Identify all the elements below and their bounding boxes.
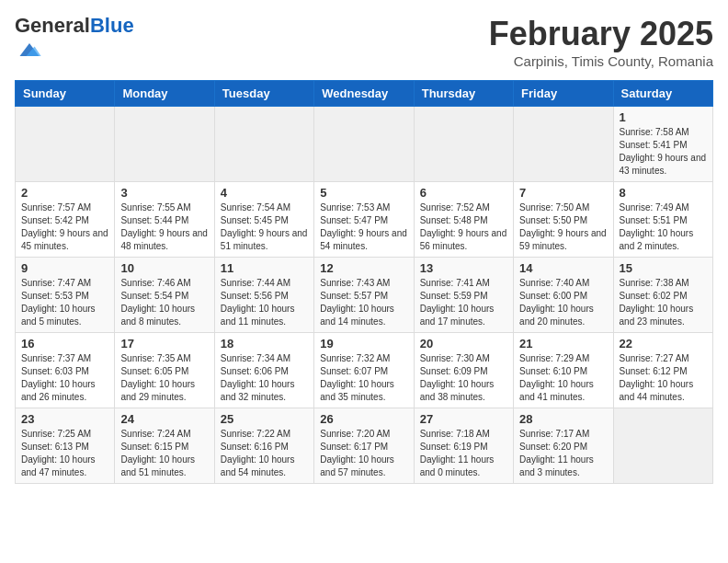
- calendar-week-row: 9Sunrise: 7:47 AM Sunset: 5:53 PM Daylig…: [16, 258, 713, 333]
- calendar-cell: [314, 107, 414, 182]
- day-info: Sunrise: 7:52 AM Sunset: 5:48 PM Dayligh…: [420, 201, 507, 253]
- day-number: 3: [120, 186, 208, 200]
- calendar-cell: [414, 107, 513, 182]
- day-info: Sunrise: 7:38 AM Sunset: 6:02 PM Dayligh…: [620, 277, 707, 328]
- day-number: 22: [620, 337, 707, 350]
- calendar-cell: 6Sunrise: 7:52 AM Sunset: 5:48 PM Daylig…: [414, 182, 513, 258]
- day-info: Sunrise: 7:47 AM Sunset: 5:53 PM Dayligh…: [21, 277, 108, 328]
- day-info: Sunrise: 7:32 AM Sunset: 6:07 PM Dayligh…: [320, 352, 407, 404]
- calendar-cell: 2Sunrise: 7:57 AM Sunset: 5:42 PM Daylig…: [16, 182, 115, 258]
- calendar-cell: 27Sunrise: 7:18 AM Sunset: 6:19 PM Dayli…: [414, 408, 513, 484]
- calendar-cell: 16Sunrise: 7:37 AM Sunset: 6:03 PM Dayli…: [16, 333, 115, 408]
- day-info: Sunrise: 7:34 AM Sunset: 6:06 PM Dayligh…: [221, 352, 308, 404]
- day-number: 7: [519, 186, 607, 200]
- day-info: Sunrise: 7:30 AM Sunset: 6:09 PM Dayligh…: [420, 352, 507, 404]
- calendar-cell: 18Sunrise: 7:34 AM Sunset: 6:06 PM Dayli…: [214, 333, 313, 408]
- calendar-cell: [115, 107, 214, 182]
- day-info: Sunrise: 7:37 AM Sunset: 6:03 PM Dayligh…: [21, 352, 108, 404]
- calendar-day-header: Monday: [115, 81, 214, 107]
- calendar-cell: 21Sunrise: 7:29 AM Sunset: 6:10 PM Dayli…: [514, 333, 613, 408]
- logo-blue: Blue: [90, 14, 134, 37]
- day-info: Sunrise: 7:43 AM Sunset: 5:57 PM Dayligh…: [320, 277, 407, 328]
- calendar-cell: 23Sunrise: 7:25 AM Sunset: 6:13 PM Dayli…: [16, 408, 115, 484]
- day-number: 13: [420, 261, 507, 275]
- day-number: 4: [221, 186, 308, 200]
- day-number: 21: [519, 337, 607, 350]
- title-block: February 2025 Carpinis, Timis County, Ro…: [489, 15, 713, 69]
- day-number: 15: [620, 261, 707, 275]
- calendar-header-row: SundayMondayTuesdayWednesdayThursdayFrid…: [16, 81, 713, 107]
- day-info: Sunrise: 7:29 AM Sunset: 6:10 PM Dayligh…: [519, 352, 607, 404]
- calendar-cell: 28Sunrise: 7:17 AM Sunset: 6:20 PM Dayli…: [514, 408, 613, 484]
- day-number: 11: [221, 261, 308, 275]
- calendar-cell: 20Sunrise: 7:30 AM Sunset: 6:09 PM Dayli…: [414, 333, 513, 408]
- page-header: GeneralBlue February 2025 Carpinis, Timi…: [15, 15, 713, 69]
- calendar-cell: 4Sunrise: 7:54 AM Sunset: 5:45 PM Daylig…: [214, 182, 313, 258]
- logo: GeneralBlue: [15, 15, 134, 66]
- calendar-cell: 14Sunrise: 7:40 AM Sunset: 6:00 PM Dayli…: [514, 258, 613, 333]
- day-info: Sunrise: 7:44 AM Sunset: 5:56 PM Dayligh…: [221, 277, 308, 328]
- day-info: Sunrise: 7:25 AM Sunset: 6:13 PM Dayligh…: [21, 428, 108, 479]
- calendar-cell: 15Sunrise: 7:38 AM Sunset: 6:02 PM Dayli…: [613, 258, 712, 333]
- day-number: 17: [120, 337, 208, 350]
- calendar-cell: [613, 408, 712, 484]
- calendar-cell: 5Sunrise: 7:53 AM Sunset: 5:47 PM Daylig…: [314, 182, 414, 258]
- day-info: Sunrise: 7:24 AM Sunset: 6:15 PM Dayligh…: [120, 428, 208, 479]
- day-number: 25: [221, 412, 308, 426]
- calendar-cell: [514, 107, 613, 182]
- day-info: Sunrise: 7:49 AM Sunset: 5:51 PM Dayligh…: [620, 201, 707, 253]
- calendar-day-header: Sunday: [16, 81, 115, 107]
- day-number: 9: [21, 261, 108, 275]
- day-number: 28: [519, 412, 607, 426]
- location-title: Carpinis, Timis County, Romania: [489, 53, 713, 69]
- day-number: 19: [320, 337, 407, 350]
- day-number: 5: [320, 186, 407, 200]
- day-number: 6: [420, 186, 507, 200]
- calendar-week-row: 16Sunrise: 7:37 AM Sunset: 6:03 PM Dayli…: [16, 333, 713, 408]
- day-info: Sunrise: 7:57 AM Sunset: 5:42 PM Dayligh…: [21, 201, 108, 253]
- day-info: Sunrise: 7:55 AM Sunset: 5:44 PM Dayligh…: [120, 201, 208, 253]
- day-number: 14: [519, 261, 607, 275]
- calendar-day-header: Thursday: [414, 81, 513, 107]
- calendar-day-header: Wednesday: [314, 81, 414, 107]
- calendar-cell: [214, 107, 313, 182]
- calendar-cell: 10Sunrise: 7:46 AM Sunset: 5:54 PM Dayli…: [115, 258, 214, 333]
- calendar-cell: 12Sunrise: 7:43 AM Sunset: 5:57 PM Dayli…: [314, 258, 414, 333]
- day-number: 16: [21, 337, 108, 350]
- calendar-day-header: Saturday: [613, 81, 712, 107]
- day-info: Sunrise: 7:17 AM Sunset: 6:20 PM Dayligh…: [519, 428, 607, 479]
- calendar-cell: 1Sunrise: 7:58 AM Sunset: 5:41 PM Daylig…: [613, 107, 712, 182]
- day-info: Sunrise: 7:58 AM Sunset: 5:41 PM Dayligh…: [620, 126, 707, 178]
- calendar-week-row: 1Sunrise: 7:58 AM Sunset: 5:41 PM Daylig…: [16, 107, 713, 182]
- calendar-day-header: Friday: [514, 81, 613, 107]
- day-number: 26: [320, 412, 407, 426]
- calendar-cell: 3Sunrise: 7:55 AM Sunset: 5:44 PM Daylig…: [115, 182, 214, 258]
- calendar-cell: 7Sunrise: 7:50 AM Sunset: 5:50 PM Daylig…: [514, 182, 613, 258]
- logo-general: General: [15, 14, 90, 37]
- calendar-cell: 11Sunrise: 7:44 AM Sunset: 5:56 PM Dayli…: [214, 258, 313, 333]
- day-number: 20: [420, 337, 507, 350]
- calendar-table: SundayMondayTuesdayWednesdayThursdayFrid…: [15, 80, 713, 484]
- calendar-cell: 8Sunrise: 7:49 AM Sunset: 5:51 PM Daylig…: [613, 182, 712, 258]
- day-info: Sunrise: 7:20 AM Sunset: 6:17 PM Dayligh…: [320, 428, 407, 479]
- day-number: 24: [120, 412, 208, 426]
- day-number: 8: [620, 186, 707, 200]
- day-info: Sunrise: 7:46 AM Sunset: 5:54 PM Dayligh…: [120, 277, 208, 328]
- calendar-cell: 19Sunrise: 7:32 AM Sunset: 6:07 PM Dayli…: [314, 333, 414, 408]
- day-info: Sunrise: 7:53 AM Sunset: 5:47 PM Dayligh…: [320, 201, 407, 253]
- day-number: 12: [320, 261, 407, 275]
- day-info: Sunrise: 7:50 AM Sunset: 5:50 PM Dayligh…: [519, 201, 607, 253]
- day-number: 18: [221, 337, 308, 350]
- day-info: Sunrise: 7:35 AM Sunset: 6:05 PM Dayligh…: [120, 352, 208, 404]
- calendar-cell: 13Sunrise: 7:41 AM Sunset: 5:59 PM Dayli…: [414, 258, 513, 333]
- day-info: Sunrise: 7:41 AM Sunset: 5:59 PM Dayligh…: [420, 277, 507, 328]
- calendar-day-header: Tuesday: [214, 81, 313, 107]
- calendar-cell: 22Sunrise: 7:27 AM Sunset: 6:12 PM Dayli…: [613, 333, 712, 408]
- day-info: Sunrise: 7:40 AM Sunset: 6:00 PM Dayligh…: [519, 277, 607, 328]
- day-number: 27: [420, 412, 507, 426]
- calendar-cell: 24Sunrise: 7:24 AM Sunset: 6:15 PM Dayli…: [115, 408, 214, 484]
- calendar-cell: 9Sunrise: 7:47 AM Sunset: 5:53 PM Daylig…: [16, 258, 115, 333]
- calendar-cell: [16, 107, 115, 182]
- day-number: 1: [620, 110, 707, 124]
- calendar-cell: 26Sunrise: 7:20 AM Sunset: 6:17 PM Dayli…: [314, 408, 414, 484]
